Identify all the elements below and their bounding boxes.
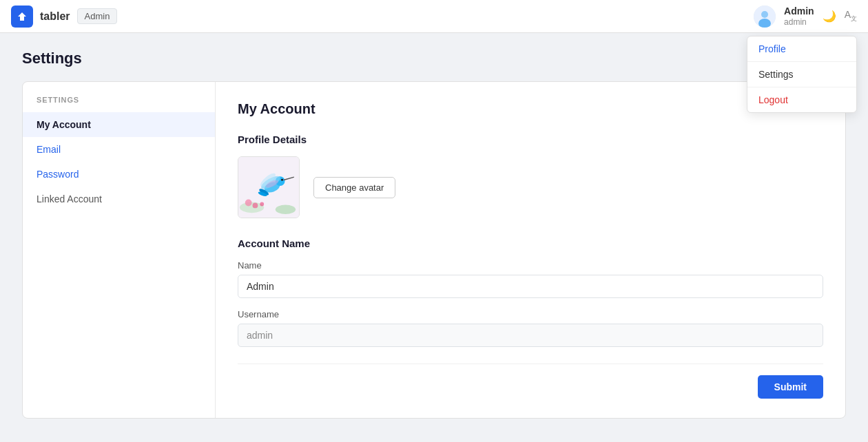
sidebar: SETTINGS My Account Email Password Linke… (23, 82, 216, 418)
user-avatar-small (754, 6, 776, 28)
avatar-large (238, 156, 300, 218)
profile-details-label: Profile Details (238, 134, 823, 145)
name-label: Name (238, 260, 823, 271)
sidebar-item-email[interactable]: Email (23, 137, 215, 162)
svg-point-5 (276, 204, 296, 214)
sidebar-item-linked-account[interactable]: Linked Account (23, 187, 215, 211)
submit-area: Submit (238, 364, 823, 399)
username-label: Username (238, 309, 823, 319)
admin-badge: Admin (77, 8, 118, 24)
logo-text: tabler (40, 10, 70, 23)
user-role-header: admin (784, 17, 814, 27)
dropdown-item-settings[interactable]: Settings (747, 62, 856, 87)
main-title: My Account (238, 101, 823, 117)
user-info: Admin admin (784, 6, 814, 27)
account-name-section: Account Name Name Username (238, 238, 823, 347)
main-content: My Account Profile Details (216, 82, 845, 418)
username-form-group: Username (238, 309, 823, 347)
submit-button[interactable]: Submit (758, 375, 823, 399)
page-wrapper: Settings SETTINGS My Account Email Passw… (0, 33, 868, 435)
svg-point-8 (260, 202, 264, 207)
username-input[interactable] (238, 324, 823, 347)
sidebar-section-label: SETTINGS (23, 96, 215, 112)
svg-point-12 (281, 179, 283, 181)
moon-icon[interactable]: 🌙 (823, 10, 836, 23)
svg-point-1 (761, 11, 768, 18)
sidebar-item-password[interactable]: Password (23, 162, 215, 187)
logo-icon (11, 6, 33, 28)
avatar-section: Change avatar (238, 156, 823, 218)
name-form-group: Name (238, 260, 823, 298)
svg-point-6 (245, 200, 252, 207)
svg-point-7 (253, 202, 258, 208)
header-right[interactable]: Admin admin 🌙 A文 (754, 6, 857, 28)
header-left: tabler Admin (11, 6, 117, 28)
header: tabler Admin Admin admin 🌙 A文 (0, 0, 868, 33)
dropdown-menu: Profile Settings Logout (747, 36, 857, 113)
dropdown-item-logout[interactable]: Logout (747, 87, 856, 112)
translate-icon[interactable]: A文 (845, 9, 857, 23)
change-avatar-button[interactable]: Change avatar (313, 177, 395, 198)
name-input[interactable] (238, 275, 823, 298)
dropdown-item-profile[interactable]: Profile (747, 36, 856, 61)
page-title: Settings (22, 50, 846, 67)
footer: Copyright © 2023 Inc. All rights reserve… (0, 435, 868, 442)
account-name-label: Account Name (238, 238, 823, 249)
sidebar-item-my-account[interactable]: My Account (23, 112, 215, 137)
user-name-header: Admin (784, 6, 814, 17)
content-layout: SETTINGS My Account Email Password Linke… (22, 81, 846, 419)
